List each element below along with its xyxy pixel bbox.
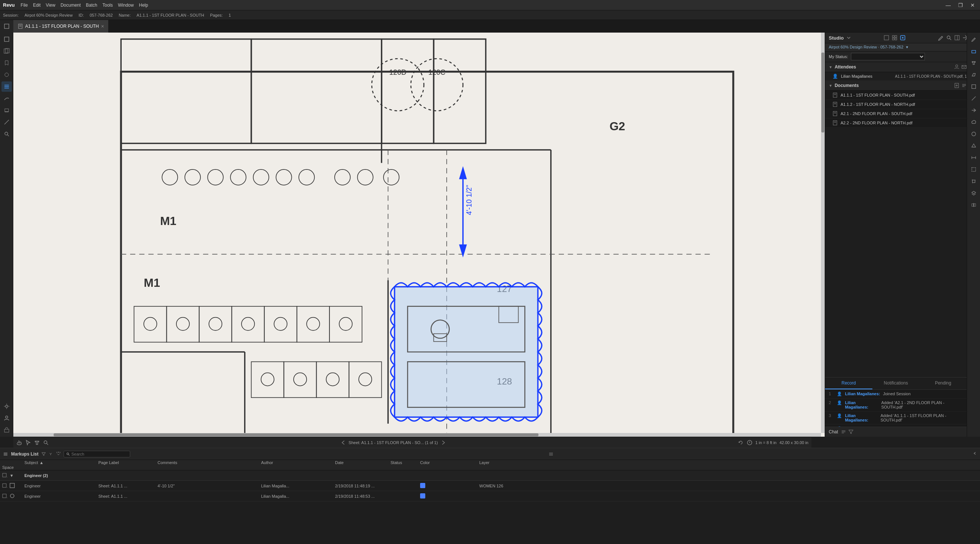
sidebar-pages-icon[interactable]	[2, 46, 12, 56]
status-dropdown[interactable]	[851, 53, 925, 60]
column-header-date[interactable]: Date	[333, 460, 388, 465]
record-tab-notifications[interactable]: Notifications	[872, 378, 920, 389]
right-layers-icon[interactable]	[969, 188, 979, 198]
menu-batch[interactable]: Batch	[86, 3, 97, 8]
right-erase-icon[interactable]	[969, 70, 979, 80]
right-measure-icon[interactable]	[969, 93, 979, 104]
right-text-icon[interactable]	[969, 58, 979, 68]
menu-edit[interactable]: Edit	[33, 3, 41, 8]
canvas-scroll-thumb-h[interactable]	[54, 433, 538, 436]
timer-icon[interactable]	[747, 440, 752, 445]
group-header[interactable]: ▼ Engineer (2)	[0, 471, 980, 481]
design-review-bar[interactable]: Airpot 60% Design Review · 057-768-262 ▾	[825, 43, 980, 51]
sidebar-studio-icon[interactable]	[2, 425, 12, 435]
rotate-icon[interactable]	[738, 440, 744, 445]
menu-help[interactable]: Help	[139, 3, 148, 8]
right-crop-icon[interactable]	[969, 176, 979, 187]
email-icon[interactable]	[961, 64, 967, 70]
group-expand[interactable]: ▼	[7, 473, 22, 478]
record-tab-pending[interactable]: Pending	[920, 378, 967, 389]
markups-link-icon[interactable]	[56, 452, 60, 456]
sidebar-user-icon[interactable]	[2, 413, 12, 423]
sidebar-signatures-icon[interactable]	[2, 93, 12, 104]
select-tool-icon[interactable]	[25, 440, 31, 445]
row-checkbox[interactable]	[0, 494, 7, 499]
sidebar-stamps-icon[interactable]	[2, 105, 12, 115]
menu-view[interactable]: View	[46, 3, 56, 8]
column-header-status[interactable]: Status	[388, 460, 418, 465]
right-cloud-icon[interactable]	[969, 117, 979, 127]
doc-row[interactable]: A2.2 - 2ND FLOOR PLAN - NORTH.pdf	[825, 118, 967, 128]
panel-right-icon[interactable]	[954, 35, 960, 41]
canvas-scrollbar-v[interactable]	[821, 33, 825, 433]
text-select-icon[interactable]	[34, 440, 40, 445]
row-checkbox[interactable]	[0, 483, 7, 488]
sidebar-search-icon[interactable]	[2, 129, 12, 139]
column-header-space[interactable]: Space	[0, 465, 7, 470]
menu-document[interactable]: Document	[60, 3, 81, 8]
menu-tools[interactable]: Tools	[102, 3, 113, 8]
tab-close-button[interactable]: ×	[101, 23, 104, 29]
person-add-icon[interactable]	[954, 64, 959, 70]
maximize-button[interactable]: ❐	[956, 2, 965, 8]
layout-icon[interactable]	[883, 35, 889, 41]
document-tab-active[interactable]: A1.1.1 - 1ST FLOOR PLAN - SOUTH ×	[13, 20, 109, 33]
column-header-color[interactable]: Color	[418, 460, 477, 465]
panel-arrow-icon[interactable]	[972, 451, 977, 456]
attendees-chevron[interactable]: ▼	[829, 65, 832, 69]
sidebar-bookmarks-icon[interactable]	[2, 58, 12, 68]
markups-filter-icon[interactable]	[41, 452, 46, 456]
canvas-area[interactable]: 120D 120C G2 M1 M1	[13, 33, 825, 437]
zoom-tool-icon[interactable]	[43, 440, 49, 445]
studio-dropdown-icon[interactable]	[846, 35, 851, 40]
doc-sort-icon[interactable]	[961, 83, 967, 88]
record-tab-record[interactable]: Record	[825, 378, 872, 389]
markup-row[interactable]: Engineer Sheet: A1.1.1 ... Lilian Magall…	[0, 491, 980, 501]
pencil-icon[interactable]	[938, 35, 944, 41]
close-button[interactable]: ✕	[968, 2, 977, 8]
right-pencil-icon[interactable]	[969, 34, 979, 45]
sidebar-measure-icon[interactable]	[2, 117, 12, 127]
sidebar-home-icon[interactable]	[2, 34, 12, 45]
menu-file[interactable]: File	[21, 3, 28, 8]
markups-expand-icon[interactable]	[3, 451, 8, 457]
column-header-comments[interactable]: Comments	[155, 460, 259, 465]
chat-list-icon[interactable]	[841, 429, 846, 434]
right-dimension-icon[interactable]	[969, 153, 979, 163]
chat-filter-icon[interactable]	[848, 429, 854, 434]
canvas-scrollbar-h[interactable]	[13, 433, 821, 437]
column-header-author[interactable]: Author	[259, 460, 333, 465]
markups-list-icon[interactable]	[549, 451, 554, 457]
markups-panel-icon[interactable]	[972, 451, 977, 457]
sidebar-settings-icon[interactable]	[2, 401, 12, 412]
sidebar-list-icon[interactable]	[2, 81, 12, 92]
column-header-layer[interactable]: Layer	[477, 460, 536, 465]
documents-chevron[interactable]: ▼	[829, 84, 832, 88]
right-selection-icon[interactable]	[969, 164, 979, 175]
doc-row[interactable]: A1.1.2 - 1ST FLOOR PLAN - NORTH.pdf	[825, 100, 967, 109]
next-page-icon[interactable]	[441, 440, 446, 445]
magnify-icon[interactable]	[946, 35, 952, 41]
grid-icon[interactable]	[892, 35, 897, 41]
studio-connect-icon[interactable]	[900, 35, 906, 41]
column-header-subject[interactable]: Subject▲	[22, 460, 96, 465]
minimize-button[interactable]: —	[943, 2, 953, 8]
right-circle-icon[interactable]	[969, 129, 979, 139]
doc-add-icon[interactable]	[954, 83, 959, 88]
right-arrow-icon[interactable]	[969, 105, 979, 115]
right-compare-icon[interactable]	[969, 200, 979, 210]
group-checkbox[interactable]	[0, 473, 7, 478]
sidebar-markups-icon[interactable]	[2, 70, 12, 80]
prev-page-icon[interactable]	[340, 440, 346, 445]
right-highlight-icon[interactable]	[969, 46, 979, 56]
design-review-dropdown-icon[interactable]: ▾	[906, 45, 908, 49]
doc-row[interactable]: A1.1.1 - 1ST FLOOR PLAN - SOUTH.pdf	[825, 91, 967, 100]
doc-row[interactable]: A2.1 - 2ND FLOOR PLAN - SOUTH.pdf	[825, 109, 967, 118]
menu-window[interactable]: Window	[118, 3, 134, 8]
column-header-page-label[interactable]: Page Label	[96, 460, 155, 465]
search-input[interactable]	[72, 452, 116, 456]
pan-tool-icon[interactable]	[16, 440, 22, 445]
right-shapes-icon[interactable]	[969, 81, 979, 92]
markups-search-box[interactable]	[64, 451, 130, 458]
markups-sort-icon[interactable]	[49, 452, 53, 456]
